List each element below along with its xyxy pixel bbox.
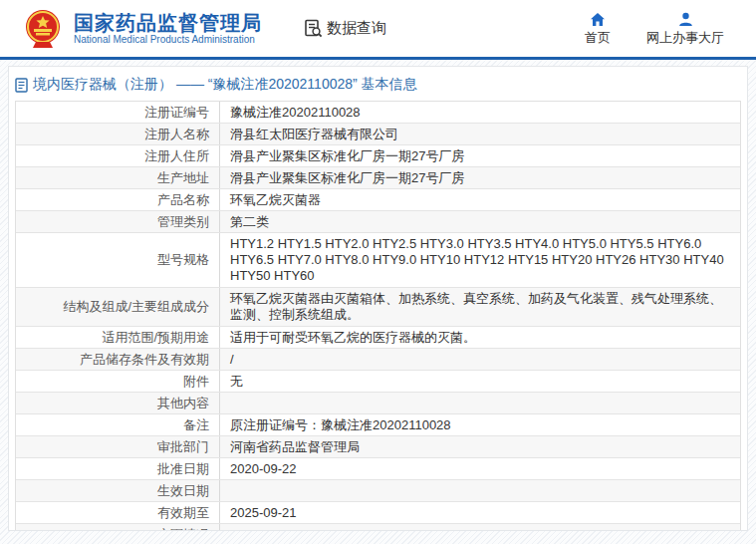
field-row: 有效期至2025-09-21 — [16, 502, 740, 524]
field-label: 注册人住所 — [16, 145, 220, 166]
field-row: 注册人名称滑县红太阳医疗器械有限公司 — [16, 124, 740, 145]
field-row: 管理类别第二类 — [16, 211, 740, 233]
field-label: 批准日期 — [16, 458, 220, 479]
field-label: 产品名称 — [16, 189, 220, 210]
field-row: 适用范围/预期用途适用于可耐受环氧乙烷的医疗器械的灭菌。 — [16, 327, 740, 349]
field-label: 注册人名称 — [16, 124, 220, 144]
field-row: 产品名称环氧乙烷灭菌器 — [16, 189, 740, 211]
field-value: 2025-09-21 — [220, 502, 740, 523]
nmpa-logo-link[interactable] — [22, 8, 64, 50]
field-row: 变更情况/ — [16, 524, 740, 531]
brand-subtitle: National Medical Products Administration — [74, 34, 262, 46]
field-row: 注册人住所滑县产业聚集区标准化厂房一期27号厂房 — [16, 145, 740, 167]
field-row: 注册证编号豫械注准20202110028 — [16, 102, 740, 124]
field-label: 附件 — [16, 371, 220, 392]
field-row: 产品储存条件及有效期/ — [16, 349, 740, 371]
brand-title: 国家药品监督管理局 — [74, 12, 262, 34]
field-label: 生产地址 — [16, 167, 220, 188]
document-magnifier-icon — [304, 19, 323, 38]
field-value: 滑县产业聚集区标准化厂房一期27号厂房 — [220, 167, 740, 188]
header-divider — [0, 57, 756, 60]
field-value: 河南省药品监督管理局 — [220, 436, 740, 457]
field-label: 生效日期 — [16, 480, 220, 501]
field-value: 原注册证编号：豫械注准20202110028 — [220, 414, 740, 435]
field-label: 审批部门 — [16, 436, 220, 457]
field-value: 适用于可耐受环氧乙烷的医疗器械的灭菌。 — [220, 327, 740, 348]
registration-table: 注册证编号豫械注准20202110028注册人名称滑县红太阳医疗器械有限公司注册… — [15, 101, 741, 531]
nav-data-query-label: 数据查询 — [327, 19, 386, 38]
field-value: 第二类 — [220, 211, 740, 232]
field-row: 生效日期 — [16, 480, 740, 502]
breadcrumb: 境内医疗器械（注册） —— “豫械注准20202110028” 基本信息 — [9, 67, 747, 101]
field-label: 适用范围/预期用途 — [16, 327, 220, 348]
nav-online-hall[interactable]: 网上办事大厅 — [646, 11, 724, 47]
field-value: 无 — [220, 371, 740, 392]
field-row: 批准日期2020-09-22 — [16, 458, 740, 480]
field-value: 豫械注准20202110028 — [220, 102, 740, 123]
content-panel: 境内医疗器械（注册） —— “豫械注准20202110028” 基本信息 注册证… — [8, 66, 748, 531]
field-value: 2020-09-22 — [220, 458, 740, 479]
field-value: 环氧乙烷灭菌器 — [220, 189, 740, 210]
document-icon — [15, 78, 28, 93]
field-label: 型号规格 — [16, 233, 220, 287]
nav-online-hall-label: 网上办事大厅 — [646, 29, 724, 47]
field-label: 变更情况 — [16, 524, 220, 531]
field-row: 附件无 — [16, 371, 740, 393]
field-row: 型号规格HTY1.2 HTY1.5 HTY2.0 HTY2.5 HTY3.0 H… — [16, 233, 740, 288]
field-row: 结构及组成/主要组成成分环氧乙烷灭菌器由灭菌箱体、加热系统、真空系统、加药及气化… — [16, 288, 740, 327]
nav-home[interactable]: 首页 — [585, 11, 611, 47]
field-value — [220, 393, 740, 413]
brand-text: 国家药品监督管理局 National Medical Products Admi… — [74, 12, 262, 46]
field-label: 注册证编号 — [16, 102, 220, 123]
nav-data-query[interactable]: 数据查询 — [304, 19, 386, 38]
breadcrumb-text: 境内医疗器械（注册） —— “豫械注准20202110028” 基本信息 — [33, 76, 417, 94]
field-label: 其他内容 — [16, 393, 220, 413]
field-value: / — [220, 524, 740, 531]
national-emblem-icon — [22, 8, 64, 50]
field-row: 其他内容 — [16, 393, 740, 414]
field-value — [220, 480, 740, 501]
nav-home-label: 首页 — [585, 29, 611, 47]
field-label: 结构及组成/主要组成成分 — [16, 288, 220, 326]
field-label: 备注 — [16, 414, 220, 435]
field-value: HTY1.2 HTY1.5 HTY2.0 HTY2.5 HTY3.0 HTY3.… — [220, 233, 740, 287]
field-value: / — [220, 349, 740, 370]
field-row: 备注原注册证编号：豫械注准20202110028 — [16, 414, 740, 436]
person-icon — [678, 11, 693, 27]
field-label: 产品储存条件及有效期 — [16, 349, 220, 370]
field-value: 滑县红太阳医疗器械有限公司 — [220, 124, 740, 144]
field-label: 管理类别 — [16, 211, 220, 232]
field-value: 环氧乙烷灭菌器由灭菌箱体、加热系统、真空系统、加药及气化装置、残气处理系统、监测… — [220, 288, 740, 326]
field-value: 滑县产业聚集区标准化厂房一期27号厂房 — [220, 145, 740, 166]
home-icon — [590, 11, 606, 27]
field-row: 审批部门河南省药品监督管理局 — [16, 436, 740, 458]
field-row: 生产地址滑县产业聚集区标准化厂房一期27号厂房 — [16, 167, 740, 189]
page-header: 国家药品监督管理局 National Medical Products Admi… — [0, 0, 756, 57]
field-label: 有效期至 — [16, 502, 220, 523]
